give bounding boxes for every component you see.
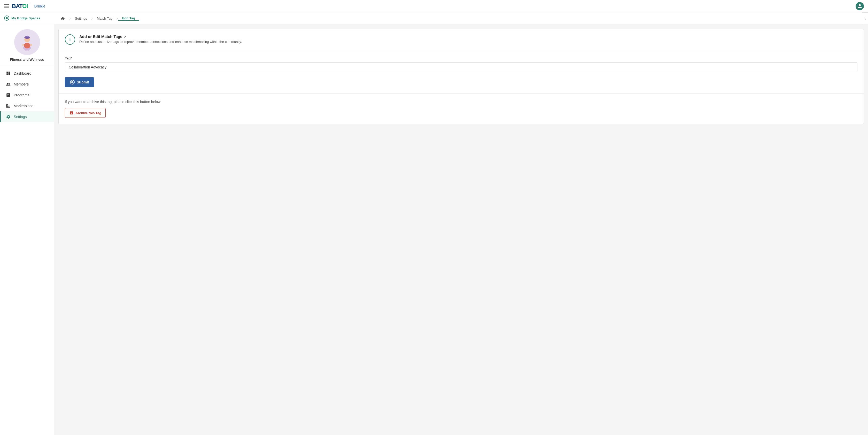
archive-button[interactable]: Archive this Tag bbox=[65, 108, 106, 118]
logo-divider bbox=[31, 3, 31, 9]
sidebar-item-settings[interactable]: Settings bbox=[0, 111, 54, 122]
dashboard-icon bbox=[6, 71, 10, 76]
form-section: Tag* ⊕ Submit bbox=[59, 50, 864, 94]
submit-label: Submit bbox=[77, 80, 89, 84]
top-header: BATOI Bridge bbox=[0, 0, 868, 12]
archive-description: If you want to archive this tag, please … bbox=[65, 100, 858, 104]
sidebar-item-programs[interactable]: Programs bbox=[0, 90, 54, 100]
submit-icon: ⊕ bbox=[70, 80, 75, 85]
my-bridge-spaces-icon bbox=[4, 15, 9, 21]
svg-point-13 bbox=[28, 36, 29, 37]
sidebar: My Bridge Spaces bbox=[0, 12, 54, 435]
avatar-image bbox=[16, 30, 39, 54]
app-name: Bridge bbox=[34, 4, 45, 8]
avatar bbox=[14, 29, 40, 55]
logo-text: BATOI bbox=[12, 3, 28, 9]
info-title: Add or Edit Match Tags ↗ bbox=[79, 34, 242, 39]
sidebar-item-dashboard[interactable]: Dashboard bbox=[0, 68, 54, 79]
members-icon bbox=[6, 82, 10, 87]
svg-point-6 bbox=[24, 43, 30, 49]
breadcrumb-settings[interactable]: Settings bbox=[71, 17, 91, 21]
breadcrumb-match-tag[interactable]: Match Tag bbox=[93, 17, 117, 21]
sidebar-item-marketplace[interactable]: Marketplace bbox=[0, 100, 54, 111]
logo: BATOI bbox=[12, 3, 28, 9]
submit-button[interactable]: ⊕ Submit bbox=[65, 77, 94, 87]
info-description: Define and customize tags to improve mem… bbox=[79, 40, 242, 44]
collapse-sidebar-button[interactable]: ‹ bbox=[862, 12, 868, 25]
content-area: i Add or Edit Match Tags ↗ Define and cu… bbox=[54, 25, 868, 435]
sidebar-item-marketplace-label: Marketplace bbox=[14, 104, 33, 108]
info-content: Add or Edit Match Tags ↗ Define and cust… bbox=[79, 34, 242, 44]
settings-icon bbox=[6, 115, 10, 119]
sidebar-item-dashboard-label: Dashboard bbox=[14, 71, 32, 75]
sidebar-item-members-label: Members bbox=[14, 82, 29, 86]
nav-menu: Dashboard Members Programs Marketplace bbox=[0, 66, 54, 124]
tag-input[interactable] bbox=[65, 62, 858, 72]
breadcrumb: › Settings › Match Tag › Edit Tag bbox=[54, 12, 862, 25]
archive-label: Archive this Tag bbox=[75, 111, 101, 115]
user-avatar[interactable] bbox=[856, 2, 864, 10]
svg-point-9 bbox=[26, 36, 28, 37]
my-bridge-spaces[interactable]: My Bridge Spaces bbox=[0, 12, 54, 24]
community-name: Fitness and Wellness bbox=[10, 58, 44, 61]
tag-label: Tag* bbox=[65, 56, 858, 60]
hamburger-menu[interactable] bbox=[4, 4, 9, 8]
info-icon: i bbox=[65, 34, 75, 45]
main-layout: My Bridge Spaces bbox=[0, 12, 868, 435]
programs-icon bbox=[6, 93, 10, 97]
user-icon bbox=[857, 4, 862, 9]
community-profile: Fitness and Wellness bbox=[0, 24, 54, 66]
external-link-icon[interactable]: ↗ bbox=[124, 35, 126, 38]
svg-point-12 bbox=[25, 36, 26, 37]
archive-section: If you want to archive this tag, please … bbox=[59, 94, 864, 124]
header-left: BATOI Bridge bbox=[4, 3, 45, 9]
breadcrumb-wrapper: › Settings › Match Tag › Edit Tag ‹ bbox=[54, 12, 868, 25]
marketplace-icon bbox=[6, 103, 10, 108]
main-panel: i Add or Edit Match Tags ↗ Define and cu… bbox=[58, 29, 864, 124]
sidebar-item-settings-label: Settings bbox=[14, 115, 27, 119]
sidebar-item-programs-label: Programs bbox=[14, 93, 29, 97]
my-bridge-spaces-label: My Bridge Spaces bbox=[11, 16, 40, 20]
archive-icon bbox=[69, 111, 73, 115]
home-icon bbox=[60, 16, 65, 21]
right-panel: › Settings › Match Tag › Edit Tag ‹ bbox=[54, 12, 868, 435]
breadcrumb-edit-tag[interactable]: Edit Tag bbox=[118, 16, 139, 21]
info-section: i Add or Edit Match Tags ↗ Define and cu… bbox=[59, 29, 864, 50]
breadcrumb-home[interactable] bbox=[56, 16, 69, 21]
sidebar-item-members[interactable]: Members bbox=[0, 79, 54, 90]
